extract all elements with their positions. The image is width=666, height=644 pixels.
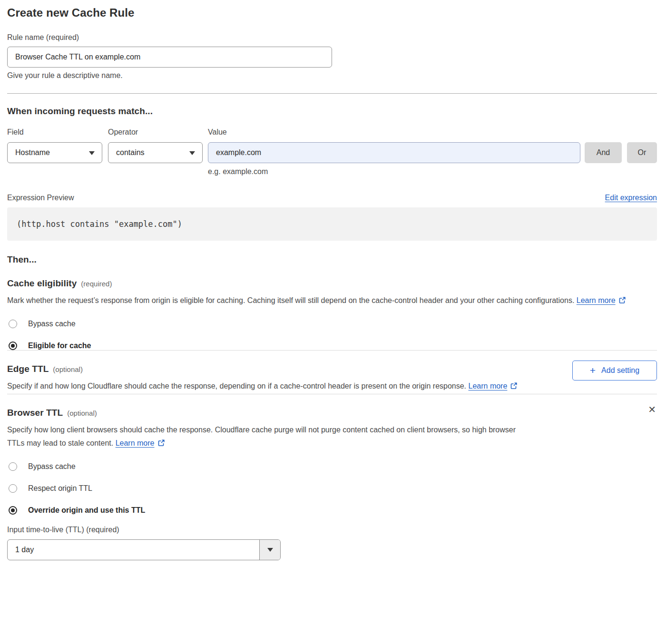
ttl-select-arrow[interactable] [259, 540, 280, 560]
external-link-icon [510, 381, 518, 394]
edge-ttl-section: Edge TTL (optional) Specify if and how l… [7, 351, 657, 394]
operator-select[interactable]: contains [108, 142, 203, 163]
value-help: e.g. example.com [208, 167, 657, 176]
cache-eligibility-description: Mark whether the request’s response from… [7, 294, 645, 308]
optional-tag: (optional) [53, 365, 83, 373]
value-label: Value [208, 128, 580, 137]
edge-ttl-description: Specify if and how long Cloudflare shoul… [7, 380, 518, 394]
edge-ttl-header: Edge TTL (optional) [7, 364, 518, 374]
radio-label: Bypass cache [28, 320, 76, 328]
create-cache-rule-form: Create new Cache Rule Rule name (require… [0, 0, 666, 569]
radio-label: Override origin and use this TTL [28, 506, 145, 515]
chevron-down-icon [267, 548, 273, 552]
radio-icon [9, 506, 17, 515]
field-select-value: Hostname [15, 148, 50, 157]
radio-label: Bypass cache [28, 462, 76, 471]
rule-name-section: Rule name (required) Give your rule a de… [7, 33, 657, 80]
then-heading: Then... [7, 254, 657, 265]
edit-expression-link[interactable]: Edit expression [605, 194, 657, 202]
condition-row: Field Hostname Operator contains Value A… [7, 128, 657, 163]
expression-header: Expression Preview Edit expression [7, 194, 657, 202]
radio-bypass-cache[interactable]: Bypass cache [7, 462, 657, 471]
value-column: Value [208, 128, 580, 163]
rule-name-input[interactable] [7, 47, 332, 68]
radio-icon [9, 484, 17, 493]
or-button[interactable]: Or [627, 142, 657, 163]
page-title: Create new Cache Rule [7, 6, 657, 20]
close-icon: ✕ [648, 404, 656, 415]
cache-eligibility-description-text: Mark whether the request’s response from… [7, 296, 574, 304]
rule-name-label: Rule name (required) [7, 33, 79, 41]
edge-ttl-content: Edge TTL (optional) Specify if and how l… [7, 351, 518, 394]
expression-code: (http.host contains "example.com") [7, 207, 657, 241]
ttl-input-section: Input time-to-live (TTL) (required) 1 da… [7, 526, 657, 560]
add-setting-label: Add setting [601, 366, 639, 375]
edge-ttl-title: Edge TTL [7, 364, 49, 374]
optional-tag: (optional) [67, 409, 97, 417]
browser-ttl-section: Browser TTL (optional) Specify how long … [7, 394, 657, 451]
radio-bypass-cache[interactable]: Bypass cache [7, 320, 657, 328]
ttl-select-value: 1 day [15, 546, 34, 554]
operator-column: Operator contains [108, 128, 203, 163]
cache-eligibility-header: Cache eligibility (required) [7, 278, 657, 289]
operator-label: Operator [108, 128, 203, 137]
radio-icon [9, 462, 17, 471]
browser-ttl-options: Bypass cache Respect origin TTL Override… [7, 462, 657, 515]
cache-eligibility-title: Cache eligibility [7, 278, 77, 289]
radio-eligible-for-cache[interactable]: Eligible for cache [7, 342, 657, 350]
rule-name-help: Give your rule a descriptive name. [7, 71, 657, 80]
remove-browser-ttl-button[interactable]: ✕ [647, 404, 657, 415]
radio-label: Respect origin TTL [28, 484, 92, 493]
ttl-select[interactable]: 1 day [7, 539, 281, 560]
value-input[interactable] [208, 142, 580, 163]
section-divider [7, 93, 657, 94]
field-select[interactable]: Hostname [7, 142, 102, 163]
browser-ttl-header: Browser TTL (optional) [7, 408, 521, 418]
browser-ttl-content: Browser TTL (optional) Specify how long … [7, 394, 521, 451]
operator-select-value: contains [116, 148, 145, 157]
edge-ttl-learn-more-link[interactable]: Learn more [469, 382, 508, 390]
ttl-label: Input time-to-live (TTL) (required) [7, 526, 119, 534]
external-link-icon [157, 438, 165, 451]
radio-icon [9, 342, 17, 350]
expression-preview-label: Expression Preview [7, 194, 74, 202]
plus-icon: + [590, 365, 596, 375]
browser-ttl-description-text: Specify how long client browsers should … [7, 426, 516, 447]
radio-override-origin-ttl[interactable]: Override origin and use this TTL [7, 506, 657, 515]
chevron-down-icon [189, 151, 195, 155]
match-heading: When incoming requests match... [7, 106, 657, 117]
external-link-icon [618, 295, 626, 308]
add-setting-button[interactable]: + Add setting [572, 361, 657, 381]
cache-eligibility-learn-more-link[interactable]: Learn more [577, 296, 616, 304]
required-tag: (required) [81, 280, 112, 288]
radio-icon [9, 320, 17, 328]
cache-eligibility-options: Bypass cache Eligible for cache [7, 320, 657, 350]
and-button[interactable]: And [585, 142, 622, 163]
browser-ttl-description: Specify how long client browsers should … [7, 423, 521, 451]
radio-respect-origin-ttl[interactable]: Respect origin TTL [7, 484, 657, 493]
browser-ttl-title: Browser TTL [7, 408, 63, 418]
field-column: Field Hostname [7, 128, 102, 163]
edge-ttl-description-text: Specify if and how long Cloudflare shoul… [7, 382, 466, 390]
chevron-down-icon [89, 151, 95, 155]
browser-ttl-learn-more-link[interactable]: Learn more [116, 439, 155, 447]
radio-label: Eligible for cache [28, 342, 91, 350]
field-label: Field [7, 128, 102, 137]
